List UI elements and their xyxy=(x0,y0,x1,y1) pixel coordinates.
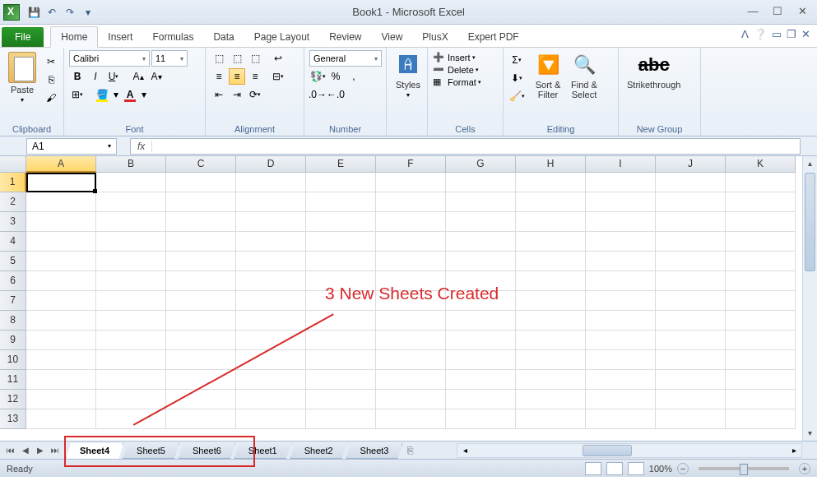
cell[interactable] xyxy=(166,409,236,429)
next-sheet-icon[interactable]: ▶ xyxy=(33,443,48,458)
sheet-tab[interactable]: Sheet1 xyxy=(234,443,291,459)
cell[interactable] xyxy=(516,192,586,212)
cell[interactable] xyxy=(96,331,166,350)
cell[interactable] xyxy=(516,390,586,409)
cells-area[interactable] xyxy=(26,173,802,441)
cell[interactable] xyxy=(376,192,446,212)
row-header[interactable]: 5 xyxy=(0,252,26,271)
row-header[interactable]: 1 xyxy=(0,173,26,192)
cell[interactable] xyxy=(306,390,376,409)
column-header[interactable]: J xyxy=(656,156,726,173)
scroll-up-icon[interactable]: ▴ xyxy=(803,156,817,171)
cell[interactable] xyxy=(306,192,376,212)
font-name-combo[interactable]: Calibri▾ xyxy=(69,50,150,67)
page-break-view-icon[interactable] xyxy=(628,462,644,475)
cell[interactable] xyxy=(516,331,586,350)
cell[interactable] xyxy=(166,390,236,409)
cell[interactable] xyxy=(376,409,446,429)
cell[interactable] xyxy=(376,232,446,252)
sheet-tab[interactable]: Sheet6 xyxy=(179,443,235,459)
cell[interactable] xyxy=(586,390,656,409)
sheet-tab[interactable]: Sheet2 xyxy=(290,443,347,459)
cell[interactable] xyxy=(586,370,656,390)
column-header[interactable]: G xyxy=(446,156,516,173)
cell[interactable] xyxy=(166,311,236,331)
scroll-left-icon[interactable]: ◂ xyxy=(457,444,472,457)
font-color-dd[interactable]: ▾ xyxy=(140,86,148,103)
cell[interactable] xyxy=(306,173,376,192)
number-format-combo[interactable]: General▾ xyxy=(309,50,382,67)
cell[interactable] xyxy=(96,311,166,331)
cell[interactable] xyxy=(726,212,796,232)
tab-plusx[interactable]: PlusX xyxy=(412,27,457,47)
cell[interactable] xyxy=(656,311,726,331)
file-tab[interactable]: File xyxy=(2,27,44,47)
cell[interactable] xyxy=(586,192,656,212)
fill-icon[interactable]: ⬇▾ xyxy=(508,70,525,86)
zoom-percent[interactable]: 100% xyxy=(649,464,672,474)
cell[interactable] xyxy=(726,370,796,390)
cell[interactable] xyxy=(516,350,586,370)
last-sheet-icon[interactable]: ⏭ xyxy=(48,443,63,458)
cell[interactable] xyxy=(26,409,96,429)
cell[interactable] xyxy=(726,409,796,429)
column-header[interactable]: A xyxy=(26,156,96,173)
cell[interactable] xyxy=(26,350,96,370)
cell[interactable] xyxy=(236,331,306,350)
cell[interactable] xyxy=(166,192,236,212)
row-header[interactable]: 6 xyxy=(0,271,26,291)
row-header[interactable]: 9 xyxy=(0,331,26,350)
align-middle-icon[interactable]: ⬚ xyxy=(229,50,245,67)
cell[interactable] xyxy=(166,370,236,390)
row-header[interactable]: 11 xyxy=(0,370,26,390)
cell[interactable] xyxy=(726,331,796,350)
cell[interactable] xyxy=(96,370,166,390)
row-header[interactable]: 13 xyxy=(0,409,26,429)
align-right-icon[interactable]: ≡ xyxy=(247,68,263,85)
autosum-icon[interactable]: Σ▾ xyxy=(508,52,525,68)
cell[interactable] xyxy=(166,291,236,311)
cell[interactable] xyxy=(656,331,726,350)
italic-button[interactable]: I xyxy=(87,68,104,85)
cell[interactable] xyxy=(306,409,376,429)
column-header[interactable]: F xyxy=(376,156,446,173)
row-header[interactable]: 3 xyxy=(0,212,26,232)
fx-icon[interactable]: fx xyxy=(131,141,152,152)
cell[interactable] xyxy=(446,370,516,390)
increase-indent-icon[interactable]: ⇥ xyxy=(229,86,245,103)
prev-sheet-icon[interactable]: ◀ xyxy=(18,443,33,458)
tab-page-layout[interactable]: Page Layout xyxy=(244,27,319,47)
column-header[interactable]: E xyxy=(306,156,376,173)
cell[interactable] xyxy=(376,311,446,331)
format-painter-icon[interactable]: 🖌 xyxy=(43,90,59,106)
horizontal-scrollbar[interactable]: ◂ ▸ xyxy=(457,443,802,458)
cell[interactable] xyxy=(446,232,516,252)
cell[interactable] xyxy=(656,252,726,271)
align-bottom-icon[interactable]: ⬚ xyxy=(247,50,263,67)
scroll-down-icon[interactable]: ▾ xyxy=(803,426,817,441)
cell[interactable] xyxy=(516,291,586,311)
font-color-icon[interactable]: A xyxy=(122,86,138,103)
cell[interactable] xyxy=(376,331,446,350)
cell[interactable] xyxy=(96,271,166,291)
cell[interactable] xyxy=(726,291,796,311)
strikethrough-button[interactable]: abc Strikethrough xyxy=(624,50,684,91)
tab-view[interactable]: View xyxy=(372,27,413,47)
cell[interactable] xyxy=(586,291,656,311)
cell[interactable] xyxy=(516,311,586,331)
cell[interactable] xyxy=(516,370,586,390)
cell[interactable] xyxy=(376,173,446,192)
cell[interactable] xyxy=(306,370,376,390)
spreadsheet-grid[interactable]: ABCDEFGHIJK 12345678910111213 ▴ ▾ 3 New … xyxy=(0,156,817,441)
zoom-slider[interactable] xyxy=(699,467,789,470)
scroll-thumb[interactable] xyxy=(583,445,632,456)
cell[interactable] xyxy=(656,350,726,370)
cell[interactable] xyxy=(26,370,96,390)
cell[interactable] xyxy=(96,350,166,370)
find-select-button[interactable]: 🔍 Find & Select xyxy=(568,50,601,101)
help-icon[interactable]: ❔ xyxy=(754,28,767,40)
sort-filter-button[interactable]: 🔽 Sort & Filter xyxy=(532,50,564,101)
cell[interactable] xyxy=(656,409,726,429)
font-size-combo[interactable]: 11▾ xyxy=(151,50,188,67)
column-header[interactable]: B xyxy=(96,156,166,173)
